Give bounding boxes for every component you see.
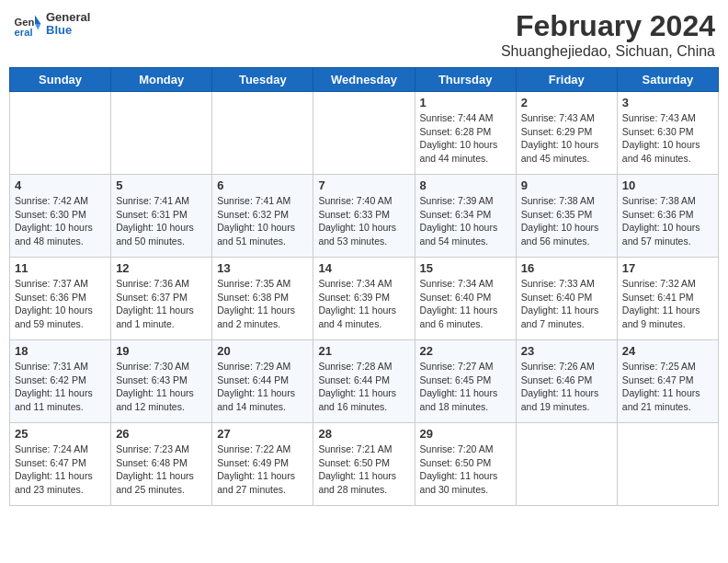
- day-info: Sunrise: 7:20 AMSunset: 6:50 PMDaylight:…: [420, 442, 511, 497]
- calendar-cell: 7Sunrise: 7:40 AMSunset: 6:33 PMDaylight…: [313, 175, 415, 258]
- calendar-cell: 17Sunrise: 7:32 AMSunset: 6:41 PMDayligh…: [617, 258, 718, 340]
- calendar-cell: [111, 92, 212, 175]
- logo-blue: Blue: [46, 24, 90, 37]
- calendar-cell: 3Sunrise: 7:43 AMSunset: 6:30 PMDaylight…: [617, 92, 718, 175]
- day-info: Sunrise: 7:27 AMSunset: 6:45 PMDaylight:…: [420, 360, 511, 414]
- day-number: 22: [420, 344, 511, 358]
- calendar-cell: 16Sunrise: 7:33 AMSunset: 6:40 PMDayligh…: [516, 258, 617, 340]
- day-info: Sunrise: 7:43 AMSunset: 6:30 PMDaylight:…: [622, 111, 713, 166]
- calendar-cell: [313, 92, 415, 175]
- calendar-cell: 15Sunrise: 7:34 AMSunset: 6:40 PMDayligh…: [415, 258, 516, 340]
- svg-marker-2: [35, 15, 40, 24]
- calendar-cell: [617, 423, 718, 506]
- calendar-cell: 22Sunrise: 7:27 AMSunset: 6:45 PMDayligh…: [415, 340, 516, 423]
- calendar-cell: [516, 423, 617, 506]
- logo: Gen eral General Blue: [13, 9, 90, 39]
- week-row-0: 1Sunrise: 7:44 AMSunset: 6:28 PMDaylight…: [10, 92, 719, 175]
- day-number: 25: [15, 427, 106, 441]
- calendar-cell: 10Sunrise: 7:38 AMSunset: 6:36 PMDayligh…: [617, 175, 718, 258]
- calendar-cell: 23Sunrise: 7:26 AMSunset: 6:46 PMDayligh…: [516, 340, 617, 423]
- day-info: Sunrise: 7:25 AMSunset: 6:47 PMDaylight:…: [622, 360, 713, 414]
- svg-marker-3: [35, 24, 40, 29]
- day-number: 12: [116, 261, 207, 275]
- day-info: Sunrise: 7:38 AMSunset: 6:35 PMDaylight:…: [521, 194, 612, 248]
- day-info: Sunrise: 7:34 AMSunset: 6:39 PMDaylight:…: [318, 277, 409, 331]
- calendar-cell: 11Sunrise: 7:37 AMSunset: 6:36 PMDayligh…: [10, 258, 111, 340]
- day-number: 8: [420, 178, 511, 192]
- calendar-cell: 8Sunrise: 7:39 AMSunset: 6:34 PMDaylight…: [415, 175, 516, 258]
- day-info: Sunrise: 7:41 AMSunset: 6:32 PMDaylight:…: [217, 194, 308, 248]
- day-number: 19: [116, 344, 207, 358]
- day-number: 23: [521, 344, 612, 358]
- day-number: 5: [116, 178, 207, 192]
- day-number: 11: [15, 261, 106, 275]
- day-info: Sunrise: 7:40 AMSunset: 6:33 PMDaylight:…: [318, 194, 409, 248]
- day-info: Sunrise: 7:28 AMSunset: 6:44 PMDaylight:…: [318, 360, 409, 414]
- day-number: 15: [420, 261, 511, 275]
- calendar-cell: 25Sunrise: 7:24 AMSunset: 6:47 PMDayligh…: [10, 423, 111, 506]
- day-info: Sunrise: 7:21 AMSunset: 6:50 PMDaylight:…: [318, 442, 409, 497]
- day-info: Sunrise: 7:22 AMSunset: 6:49 PMDaylight:…: [217, 442, 308, 497]
- svg-text:Gen: Gen: [15, 17, 35, 28]
- day-info: Sunrise: 7:35 AMSunset: 6:38 PMDaylight:…: [217, 277, 308, 331]
- day-info: Sunrise: 7:44 AMSunset: 6:28 PMDaylight:…: [420, 111, 511, 166]
- calendar-cell: 5Sunrise: 7:41 AMSunset: 6:31 PMDaylight…: [111, 175, 212, 258]
- day-info: Sunrise: 7:34 AMSunset: 6:40 PMDaylight:…: [420, 277, 511, 331]
- logo-text: General Blue: [46, 11, 90, 38]
- day-number: 9: [521, 178, 612, 192]
- day-header-wednesday: Wednesday: [313, 68, 415, 92]
- day-info: Sunrise: 7:29 AMSunset: 6:44 PMDaylight:…: [217, 360, 308, 414]
- day-header-monday: Monday: [111, 68, 212, 92]
- calendar-cell: 19Sunrise: 7:30 AMSunset: 6:43 PMDayligh…: [111, 340, 212, 423]
- calendar-table: SundayMondayTuesdayWednesdayThursdayFrid…: [9, 67, 719, 506]
- day-number: 10: [622, 178, 713, 192]
- day-header-saturday: Saturday: [617, 68, 718, 92]
- calendar-cell: 13Sunrise: 7:35 AMSunset: 6:38 PMDayligh…: [212, 258, 313, 340]
- day-info: Sunrise: 7:33 AMSunset: 6:40 PMDaylight:…: [521, 277, 612, 331]
- calendar-cell: 28Sunrise: 7:21 AMSunset: 6:50 PMDayligh…: [313, 423, 415, 506]
- calendar-cell: 21Sunrise: 7:28 AMSunset: 6:44 PMDayligh…: [313, 340, 415, 423]
- calendar-header-row: SundayMondayTuesdayWednesdayThursdayFrid…: [10, 68, 719, 92]
- day-number: 1: [420, 96, 511, 109]
- calendar-cell: 24Sunrise: 7:25 AMSunset: 6:47 PMDayligh…: [617, 340, 718, 423]
- day-info: Sunrise: 7:23 AMSunset: 6:48 PMDaylight:…: [116, 442, 207, 497]
- calendar-cell: 6Sunrise: 7:41 AMSunset: 6:32 PMDaylight…: [212, 175, 313, 258]
- day-info: Sunrise: 7:32 AMSunset: 6:41 PMDaylight:…: [622, 277, 713, 331]
- day-info: Sunrise: 7:38 AMSunset: 6:36 PMDaylight:…: [622, 194, 713, 248]
- month-title: February 2024: [501, 9, 715, 43]
- day-number: 21: [318, 344, 409, 358]
- day-number: 17: [622, 261, 713, 275]
- day-header-tuesday: Tuesday: [212, 68, 313, 92]
- calendar-cell: [212, 92, 313, 175]
- day-number: 16: [521, 261, 612, 275]
- day-header-thursday: Thursday: [415, 68, 516, 92]
- logo-icon: Gen eral: [13, 9, 42, 39]
- week-row-1: 4Sunrise: 7:42 AMSunset: 6:30 PMDaylight…: [10, 175, 719, 258]
- week-row-3: 18Sunrise: 7:31 AMSunset: 6:42 PMDayligh…: [10, 340, 719, 423]
- logo-general: General: [46, 11, 90, 24]
- calendar-cell: 1Sunrise: 7:44 AMSunset: 6:28 PMDaylight…: [415, 92, 516, 175]
- day-info: Sunrise: 7:42 AMSunset: 6:30 PMDaylight:…: [15, 194, 106, 248]
- calendar-cell: 2Sunrise: 7:43 AMSunset: 6:29 PMDaylight…: [516, 92, 617, 175]
- day-number: 7: [318, 178, 409, 192]
- calendar-cell: [10, 92, 111, 175]
- day-info: Sunrise: 7:37 AMSunset: 6:36 PMDaylight:…: [15, 277, 106, 331]
- day-info: Sunrise: 7:30 AMSunset: 6:43 PMDaylight:…: [116, 360, 207, 414]
- day-number: 27: [217, 427, 308, 441]
- day-header-sunday: Sunday: [10, 68, 111, 92]
- day-number: 14: [318, 261, 409, 275]
- day-number: 3: [622, 96, 713, 109]
- page-header: Gen eral General Blue February 2024 Shua…: [9, 9, 719, 60]
- day-info: Sunrise: 7:39 AMSunset: 6:34 PMDaylight:…: [420, 194, 511, 248]
- location: Shuanghejiedao, Sichuan, China: [501, 43, 715, 60]
- day-number: 20: [217, 344, 308, 358]
- calendar-cell: 20Sunrise: 7:29 AMSunset: 6:44 PMDayligh…: [212, 340, 313, 423]
- day-number: 18: [15, 344, 106, 358]
- day-number: 29: [420, 427, 511, 441]
- calendar-cell: 9Sunrise: 7:38 AMSunset: 6:35 PMDaylight…: [516, 175, 617, 258]
- day-info: Sunrise: 7:36 AMSunset: 6:37 PMDaylight:…: [116, 277, 207, 331]
- day-number: 4: [15, 178, 106, 192]
- day-number: 13: [217, 261, 308, 275]
- day-info: Sunrise: 7:43 AMSunset: 6:29 PMDaylight:…: [521, 111, 612, 166]
- calendar-cell: 18Sunrise: 7:31 AMSunset: 6:42 PMDayligh…: [10, 340, 111, 423]
